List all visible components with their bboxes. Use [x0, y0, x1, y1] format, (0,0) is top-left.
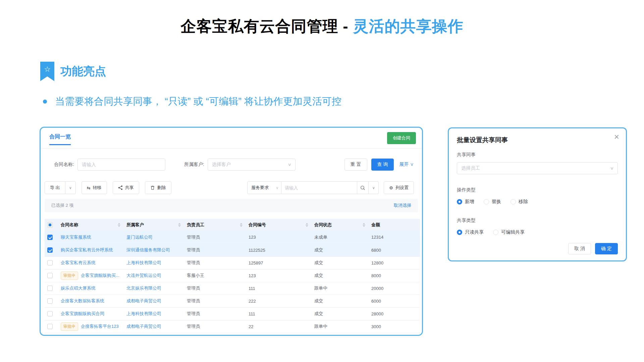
row-checkbox[interactable] [47, 311, 53, 316]
selection-bar: 已选择 2 项 取消选择 [45, 199, 418, 212]
feature-heading-label: 功能亮点 [60, 64, 106, 79]
row-checkbox[interactable] [47, 260, 53, 265]
share-button[interactable]: 共享 [113, 181, 139, 194]
query-button[interactable]: 查 询 [371, 159, 394, 171]
contract-name-link[interactable]: 企搜客大数据拓客系统 [61, 298, 104, 303]
toolbar-right: 服务要求 ∨ ∨ ⚙ 列设置 [247, 181, 414, 194]
export-dropdown-button[interactable]: ∨ [65, 181, 76, 194]
select-all-checkbox[interactable] [47, 222, 53, 228]
reset-button[interactable]: 重 置 [344, 159, 367, 171]
page-title-accent: 灵活的共享操作 [353, 17, 463, 35]
customer-link[interactable]: 厦门远航公司 [126, 235, 153, 240]
column-header-number[interactable]: 合同编号 [246, 219, 312, 231]
share-type-option[interactable]: 可编辑共享 [493, 229, 525, 235]
contract-status-cell: 成交 [312, 244, 369, 256]
column-header-status[interactable]: 合同状态 [312, 219, 369, 231]
contract-name-link[interactable]: 企客宝私有云系统 [61, 260, 96, 265]
bookmark-star-icon: ☆ [40, 62, 54, 81]
page-title: 企客宝私有云合同管理 - 灵活的共享操作 [0, 16, 644, 37]
contract-status-cell: 成交 [312, 307, 369, 320]
contract-number-cell: 123 [246, 231, 312, 244]
share-type-option[interactable]: 只读共享 [457, 229, 484, 235]
radio-icon[interactable] [457, 230, 462, 235]
contract-list-panel: 合同一览 创建合同 合同名称: 所属客户: 选择客户 ∨ 重 置 查 询 展开 … [40, 127, 423, 336]
contract-name-input[interactable] [77, 159, 165, 171]
contract-name-link[interactable]: 企客宝旗舰版购买... [81, 273, 119, 278]
column-header-customer[interactable]: 所属客户 [124, 219, 184, 231]
search-dropdown-button[interactable]: ∨ [369, 181, 379, 194]
customer-link[interactable]: 深圳通信服务有限公司 [126, 247, 170, 252]
column-header-name[interactable]: 合同名称 [58, 219, 124, 231]
row-checkbox[interactable] [47, 286, 53, 291]
status-badge: 审批中 [61, 322, 78, 331]
feature-section-heading: ☆ 功能亮点 [40, 62, 106, 81]
table-row: 企客宝私有云系统 上海科技有限公司 管理员 125897 成交 12800 [45, 256, 420, 269]
customer-link[interactable]: 北京娱乐有限公司 [126, 286, 161, 291]
row-checkbox[interactable] [47, 235, 53, 240]
amount-cell: 12800 [369, 256, 420, 269]
export-button[interactable]: 导 出 [45, 181, 65, 194]
employee-cell: 管理员 [184, 282, 246, 295]
delete-button[interactable]: 删除 [145, 181, 171, 194]
colleague-label: 共享同事 [457, 152, 618, 158]
row-checkbox[interactable] [47, 324, 53, 329]
employee-cell: 管理员 [184, 320, 246, 333]
column-header-employee[interactable]: 负责员工 [184, 219, 246, 231]
amount-cell: 20000 [369, 282, 420, 295]
create-contract-button[interactable]: 创建合同 [387, 132, 416, 144]
service-search-input[interactable] [285, 185, 354, 190]
share-type-option-label: 可编辑共享 [501, 229, 525, 235]
sort-icon[interactable] [240, 223, 243, 227]
contract-name-link[interactable]: 娱乐点唱大屏系统 [61, 286, 96, 291]
contract-name-link[interactable]: 聊天宝客服系统 [61, 235, 91, 240]
row-checkbox[interactable] [47, 273, 53, 278]
customer-link[interactable]: 上海科技有限公司 [126, 311, 161, 316]
employee-select[interactable]: 选择员工 ∨ [457, 162, 618, 174]
close-icon[interactable]: × [614, 132, 619, 141]
filter-actions: 重 置 查 询 展开 ∨ [344, 159, 414, 171]
customer-link[interactable]: 大连外贸航运公司 [126, 273, 161, 278]
sort-icon[interactable] [178, 223, 181, 227]
contract-name-link[interactable]: 购买企客宝私有云外呼系统 [61, 247, 113, 252]
radio-icon[interactable] [511, 199, 516, 204]
column-settings-button[interactable]: ⚙ 列设置 [384, 181, 414, 194]
operation-type-option[interactable]: 替换 [484, 199, 501, 205]
row-checkbox[interactable] [47, 247, 53, 253]
operation-type-option[interactable]: 新增 [457, 199, 474, 205]
delete-label: 删除 [157, 185, 166, 191]
sort-icon[interactable] [118, 223, 120, 227]
row-checkbox[interactable] [47, 298, 53, 304]
radio-icon[interactable] [457, 199, 462, 204]
expand-link[interactable]: 展开 ∨ [399, 162, 414, 168]
customer-link[interactable]: 上海科技有限公司 [126, 260, 161, 265]
chevron-down-icon: ∨ [372, 186, 375, 190]
contract-number-cell: 125897 [246, 256, 312, 269]
transfer-button[interactable]: ⇆ 转移 [82, 181, 107, 194]
contract-number-cell: 111 [246, 307, 312, 320]
table-row: 聊天宝客服系统 厦门远航公司 管理员 123 未成单 12314 [45, 231, 420, 244]
radio-icon[interactable] [493, 230, 498, 235]
contract-number-cell: 222 [246, 295, 312, 307]
table-row: 审批中企搜客拓客平台123 成都电子商贸公司 管理员 22 跟单中 3000 [45, 320, 420, 333]
contract-status-cell: 成交 [312, 269, 369, 282]
customer-link[interactable]: 成都电子商贸公司 [126, 324, 161, 329]
cancel-button[interactable]: 取 消 [568, 243, 591, 254]
radio-icon[interactable] [484, 199, 489, 204]
customer-select[interactable]: 选择客户 ∨ [208, 159, 296, 171]
operation-type-option[interactable]: 移除 [511, 199, 528, 205]
contract-name-link[interactable]: 企客宝旗舰版购买合同 [61, 311, 104, 316]
table-row: 企搜客大数据拓客系统 成都电子商贸公司 管理员 222 成交 6000 [45, 295, 420, 307]
tab-contract-overview[interactable]: 合同一览 [49, 133, 71, 145]
column-header-amount[interactable]: 金额 [369, 219, 420, 231]
contract-name-link[interactable]: 企搜客拓客平台123 [81, 324, 119, 329]
customer-link[interactable]: 成都电子商贸公司 [126, 298, 161, 303]
sort-icon[interactable] [363, 223, 365, 227]
confirm-button[interactable]: 确 定 [595, 243, 618, 254]
cancel-selection-link[interactable]: 取消选择 [394, 202, 411, 208]
service-type-select[interactable]: 服务要求 ∨ [247, 181, 281, 194]
contract-number-cell: 22 [246, 320, 312, 333]
contract-number-cell: 1122525 [246, 244, 312, 256]
search-icon-button[interactable] [357, 181, 369, 194]
sort-icon[interactable] [306, 223, 308, 227]
contract-status-cell: 跟单中 [312, 320, 369, 333]
